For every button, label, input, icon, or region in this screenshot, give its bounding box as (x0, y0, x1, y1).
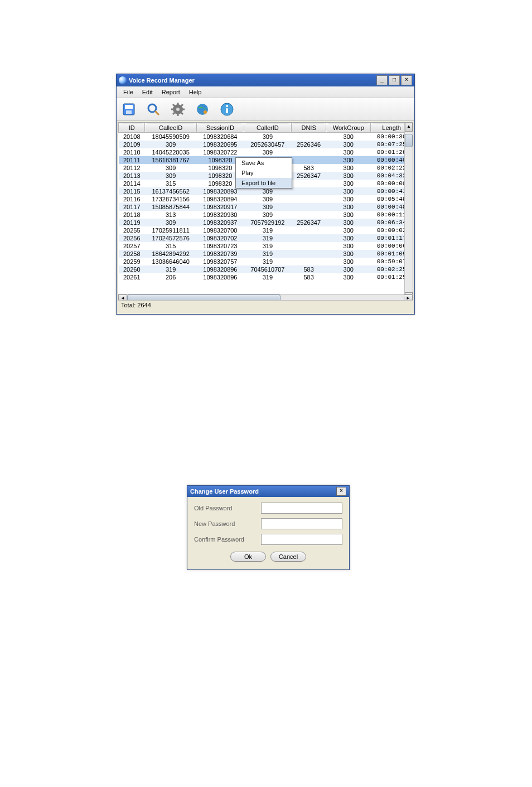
table-cell: 309 (244, 211, 291, 219)
col-calleeid[interactable]: CalleeID (145, 123, 197, 133)
table-cell: 2526347 (291, 219, 326, 226)
table-cell (291, 226, 326, 234)
table-row[interactable]: 2011014045220035109832072230930000:01:28 (119, 148, 413, 156)
menu-report[interactable]: Report (157, 88, 185, 96)
table-cell: 319 (244, 242, 291, 250)
table-row[interactable]: 202603191098320896704561070758330000:02:… (119, 265, 413, 273)
svg-line-12 (181, 113, 183, 114)
vscroll-track[interactable] (405, 132, 413, 292)
context-menu-item[interactable]: Save As (236, 158, 292, 168)
context-menu-item[interactable]: Export to file (236, 178, 292, 188)
new-password-input[interactable] (261, 518, 342, 529)
vertical-scrollbar[interactable]: ▲ ▼ (404, 123, 413, 301)
minimize-button[interactable]: _ (376, 75, 388, 85)
table-cell: 15618381767 (145, 156, 197, 164)
table-cell: 300 (326, 265, 371, 273)
table-cell: 319 (244, 234, 291, 242)
table-cell: 583 (291, 265, 326, 273)
toolbar (117, 98, 414, 121)
menu-edit[interactable]: Edit (138, 88, 157, 96)
table-row[interactable]: 2011617328734156109832089430930000:05:48 (119, 195, 413, 203)
cancel-button[interactable]: Cancel (270, 552, 306, 562)
table-cell: 315 (145, 180, 197, 187)
table-cell: 319 (145, 265, 197, 273)
col-workgroup[interactable]: WorkGroup (326, 123, 371, 133)
app-icon (119, 76, 127, 84)
table-cell: 20257 (119, 242, 145, 250)
table-row[interactable]: 2025517025911811109832070031930000:00:02 (119, 226, 413, 234)
table-cell: 20119 (119, 219, 145, 226)
table-cell: 313 (145, 211, 197, 219)
table-cell: 309 (244, 195, 291, 203)
search-icon[interactable] (144, 100, 162, 118)
col-id[interactable]: ID (119, 123, 145, 133)
confirm-password-input[interactable] (261, 534, 342, 545)
confirm-password-row: Confirm Password (194, 534, 342, 545)
table-cell: 7057929192 (244, 219, 291, 226)
table-cell: 309 (145, 219, 197, 226)
dialog-close-button[interactable]: × (336, 487, 346, 496)
info-icon[interactable] (218, 100, 236, 118)
scroll-up-arrow-icon[interactable]: ▲ (405, 123, 413, 132)
menu-file[interactable]: File (119, 88, 138, 96)
table-row[interactable]: 2025818642894292109832073931930000:01:09 (119, 250, 413, 258)
new-password-row: New Password (194, 518, 342, 529)
table-row[interactable]: 2011715085875844109832091730930000:00:48 (119, 203, 413, 211)
table-cell: 20109 (119, 141, 145, 148)
table-cell: 20111 (119, 156, 145, 164)
table-cell: 300 (326, 203, 371, 211)
table-cell: 300 (326, 219, 371, 226)
table-cell (291, 148, 326, 156)
close-button[interactable]: × (401, 75, 412, 85)
table-row[interactable]: 20257315109832072331930000:00:06 (119, 242, 413, 250)
vscroll-thumb[interactable] (405, 134, 413, 147)
table-cell: 20118 (119, 211, 145, 219)
table-cell: 319 (244, 226, 291, 234)
svg-rect-19 (226, 108, 228, 113)
table-cell: 315 (145, 242, 197, 250)
table-cell: 20115 (119, 187, 145, 195)
old-password-label: Old Password (194, 505, 261, 511)
table-cell: 20116 (119, 195, 145, 203)
window-title: Voice Record Manager (129, 77, 376, 84)
svg-point-6 (176, 108, 180, 111)
ok-button[interactable]: Ok (230, 552, 266, 562)
table-row[interactable]: 2010930910983206952052630457252634630000… (119, 141, 413, 148)
table-cell: 1098320930 (196, 211, 244, 219)
table-row[interactable]: 20261206109832089631958330000:01:25 (119, 273, 413, 281)
table-cell: 1098320722 (196, 148, 244, 156)
table-cell: 300 (326, 234, 371, 242)
table-cell: 17025911811 (145, 226, 197, 234)
table-cell: 309 (145, 164, 197, 172)
dialog-body: Old Password New Password Confirm Passwo… (187, 497, 349, 569)
table-cell (291, 234, 326, 242)
dialog-button-row: Ok Cancel (194, 549, 342, 567)
menu-help[interactable]: Help (185, 88, 206, 96)
table-row[interactable]: 2011930910983209377057929192252634730000… (119, 219, 413, 226)
col-callerid[interactable]: CallerID (244, 123, 291, 133)
col-dnis[interactable]: DNIS (291, 123, 326, 133)
table-cell: 300 (326, 172, 371, 180)
table-cell: 300 (326, 273, 371, 281)
settings-icon[interactable] (169, 100, 187, 118)
save-icon[interactable] (120, 100, 138, 118)
table-row[interactable]: 2025617024572576109832070231930000:01:17 (119, 234, 413, 242)
table-row[interactable]: 2025913036646040109832075731930000:59:07 (119, 258, 413, 265)
table-cell: 1098320917 (196, 203, 244, 211)
table-cell: 17024572576 (145, 234, 197, 242)
maximize-button[interactable]: □ (389, 75, 400, 85)
old-password-input[interactable] (261, 503, 342, 514)
table-cell: 1098320757 (196, 258, 244, 265)
context-menu-item[interactable]: Play (236, 168, 292, 178)
table-row[interactable]: 2011516137456562109832089330930000:00:41 (119, 187, 413, 195)
globe-icon[interactable] (194, 100, 211, 118)
table-cell: 20117 (119, 203, 145, 211)
table-cell: 1098320739 (196, 250, 244, 258)
records-table: ID CalleeID SessionID CallerID DNIS Work… (118, 123, 413, 281)
table-cell: 1098320695 (196, 141, 244, 148)
table-row[interactable]: 2010818045590509109832068430930000:00:30 (119, 133, 413, 141)
table-row[interactable]: 20118313109832093030930000:00:11 (119, 211, 413, 219)
col-sessionid[interactable]: SessionID (196, 123, 244, 133)
table-cell: 16137456562 (145, 187, 197, 195)
table-cell: 20255 (119, 226, 145, 234)
